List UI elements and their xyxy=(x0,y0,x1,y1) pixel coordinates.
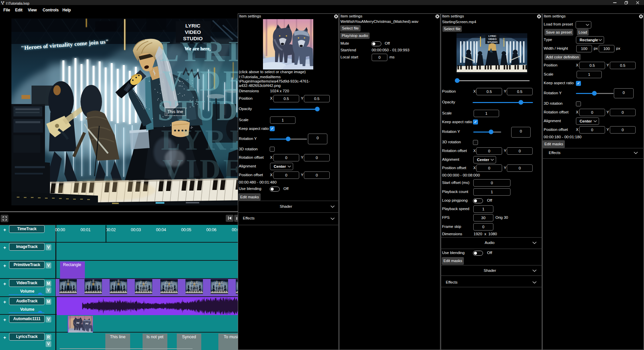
svg-text:LYRIC: LYRIC xyxy=(161,124,238,156)
svg-text:STUDIO: STUDIO xyxy=(487,41,497,44)
svg-text:LYRIC: LYRIC xyxy=(488,35,496,38)
svg-text:We are here,: We are here, xyxy=(184,46,211,51)
svg-text:VIDEO: VIDEO xyxy=(185,29,201,35)
svg-text:STUDIO: STUDIO xyxy=(183,36,203,41)
svg-text:This line: This line xyxy=(167,109,183,114)
svg-text:VIDEO: VIDEO xyxy=(488,38,497,41)
svg-text:VIDEO: VIDEO xyxy=(162,65,238,97)
svg-text:LYRIC: LYRIC xyxy=(185,23,200,29)
svg-text:S: S xyxy=(2,2,4,5)
